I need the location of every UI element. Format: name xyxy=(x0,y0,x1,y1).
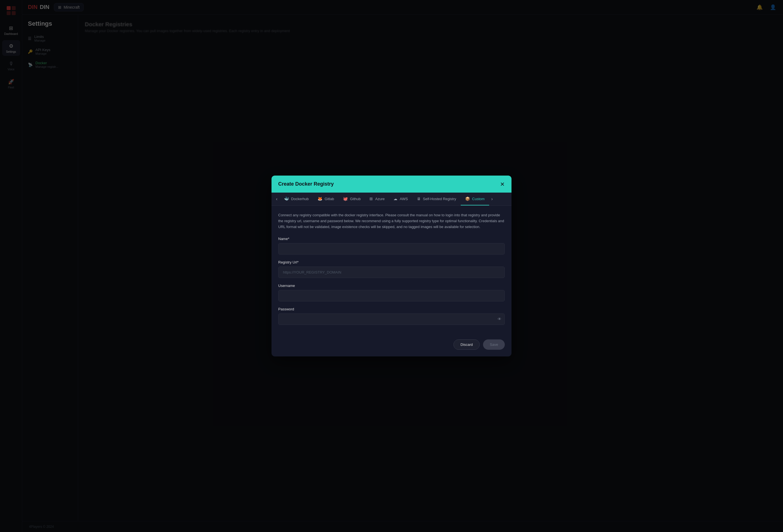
save-button[interactable]: Save xyxy=(483,339,505,350)
create-registry-modal: Create Docker Registry ✕ ‹ 🐳 Dockerhub 🦊… xyxy=(272,176,511,356)
azure-icon: ⊞ xyxy=(370,196,373,201)
modal-overlay: Create Docker Registry ✕ ‹ 🐳 Dockerhub 🦊… xyxy=(0,0,783,532)
form-group-name: Name* xyxy=(278,237,505,255)
modal-header: Create Docker Registry ✕ xyxy=(272,176,511,193)
password-toggle-button[interactable]: 👁 xyxy=(498,317,501,321)
username-input[interactable] xyxy=(278,290,505,302)
registry-url-input[interactable] xyxy=(278,267,505,278)
self-hosted-icon: 🖥 xyxy=(417,196,421,201)
modal-description: Connect any registry compatible with the… xyxy=(278,212,505,230)
password-input[interactable] xyxy=(278,313,505,325)
tab-aws[interactable]: ☁ AWS xyxy=(389,193,412,206)
form-group-password: Password 👁 xyxy=(278,307,505,325)
dockerhub-icon: 🐳 xyxy=(284,196,289,201)
password-label: Password xyxy=(278,307,505,311)
tab-dockerhub[interactable]: 🐳 Dockerhub xyxy=(280,193,313,206)
form-group-username: Username xyxy=(278,284,505,302)
gitlab-icon: 🦊 xyxy=(318,196,322,201)
password-wrapper: 👁 xyxy=(278,313,505,325)
discard-button[interactable]: Discard xyxy=(453,339,480,350)
tab-dockerhub-label: Dockerhub xyxy=(291,197,309,201)
aws-icon: ☁ xyxy=(394,196,397,201)
tab-gitlab[interactable]: 🦊 Gitlab xyxy=(313,193,339,206)
tab-custom[interactable]: 📦 Custom xyxy=(461,193,489,206)
form-group-registry-url: Registry Url* xyxy=(278,260,505,278)
name-input[interactable] xyxy=(278,243,505,255)
eye-icon: 👁 xyxy=(498,317,501,321)
name-label: Name* xyxy=(278,237,505,241)
modal-close-button[interactable]: ✕ xyxy=(500,181,505,187)
username-label: Username xyxy=(278,284,505,288)
github-icon: 🐙 xyxy=(343,196,348,201)
modal-title: Create Docker Registry xyxy=(278,181,334,187)
tab-azure-label: Azure xyxy=(375,197,384,201)
tabs-scroll-right[interactable]: › xyxy=(489,196,495,201)
tab-azure[interactable]: ⊞ Azure xyxy=(365,193,389,206)
custom-icon: 📦 xyxy=(465,196,470,201)
modal-footer: Discard Save xyxy=(272,337,511,356)
modal-body: Connect any registry compatible with the… xyxy=(272,206,511,337)
tabs-scroll-left[interactable]: ‹ xyxy=(274,196,280,201)
tab-github[interactable]: 🐙 Github xyxy=(339,193,365,206)
tab-github-label: Github xyxy=(350,197,361,201)
tab-self-hosted-label: Self-Hosted Registry xyxy=(423,197,456,201)
registry-tabs: ‹ 🐳 Dockerhub 🦊 Gitlab 🐙 Github ⊞ Azure … xyxy=(272,193,511,206)
registry-url-label: Registry Url* xyxy=(278,260,505,264)
tab-aws-label: AWS xyxy=(400,197,408,201)
tab-custom-label: Custom xyxy=(472,197,485,201)
tab-gitlab-label: Gitlab xyxy=(324,197,334,201)
tab-self-hosted[interactable]: 🖥 Self-Hosted Registry xyxy=(412,193,461,206)
